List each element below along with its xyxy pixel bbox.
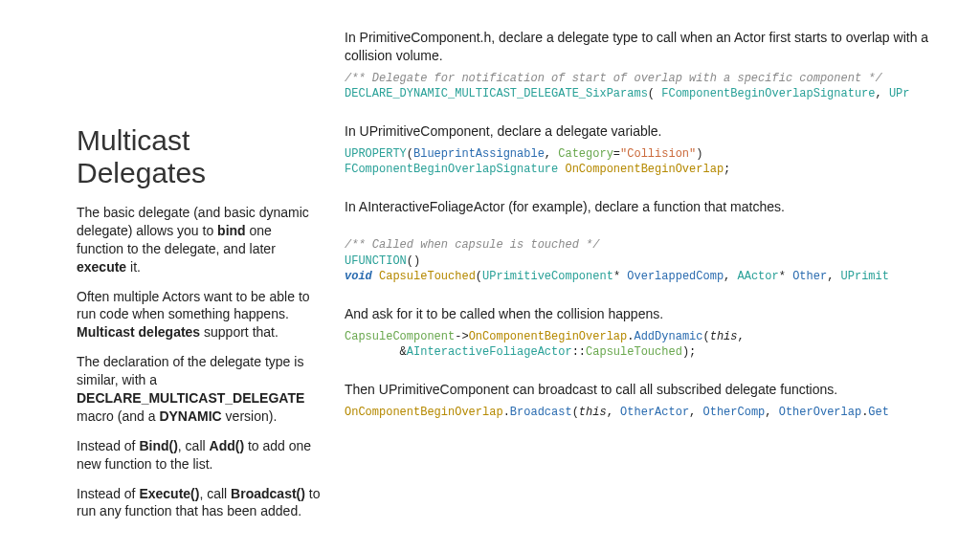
code-fn: AddDynamic bbox=[634, 330, 702, 343]
bold: Multicast delegates bbox=[77, 324, 200, 340]
code-punct: ); bbox=[682, 345, 696, 359]
code-punct: ( bbox=[702, 330, 709, 343]
text: , call bbox=[199, 486, 231, 501]
bold: bind bbox=[217, 223, 246, 238]
code-punct: ( bbox=[407, 147, 413, 161]
code-declare-var: UPROPERTY(BlueprintAssignable, Category=… bbox=[345, 146, 951, 177]
bold: Bind() bbox=[139, 438, 177, 453]
code-punct: , bbox=[827, 270, 840, 283]
desc-declare-fn: In AInteractiveFoliageActor (for example… bbox=[345, 198, 951, 216]
text: Often multiple Actors want to be able to… bbox=[77, 289, 310, 322]
bold: Execute() bbox=[139, 486, 199, 501]
code-macro: DECLARE_DYNAMIC_MULTICAST_DELEGATE_SixPa… bbox=[345, 87, 648, 100]
desc-declare-type: In PrimitiveComponent.h, declare a deleg… bbox=[345, 29, 951, 65]
code-punct: :: bbox=[572, 345, 586, 359]
code-type: UPr bbox=[889, 87, 910, 100]
code-this: this bbox=[710, 330, 738, 343]
code-macro: UPROPERTY bbox=[345, 147, 407, 161]
text: Instead of bbox=[77, 486, 139, 501]
code-punct: ( bbox=[572, 406, 579, 419]
code-declare-fn: /** Called when capsule is touched */ UF… bbox=[345, 237, 951, 284]
code-punct: = bbox=[613, 147, 620, 161]
text: support that. bbox=[200, 324, 278, 340]
desc-declare-var: In UPrimitiveComponent, declare a delega… bbox=[345, 122, 951, 141]
code-ident: CapsuleComponent bbox=[345, 330, 455, 343]
bold: Add() bbox=[210, 438, 245, 453]
para-broadcast: Instead of Execute(), call Broadcast() t… bbox=[77, 485, 321, 521]
code-keyword: void bbox=[345, 270, 372, 283]
text: The basic delegate (and basic dynamic de… bbox=[77, 205, 309, 238]
code-string: "Collision" bbox=[620, 147, 696, 161]
bold: DYNAMIC bbox=[159, 408, 221, 424]
desc-adddynamic: And ask for it to be called when the col… bbox=[345, 305, 951, 323]
desc-broadcast: Then UPrimitiveComponent can broadcast t… bbox=[345, 381, 951, 399]
code-punct: * bbox=[779, 270, 792, 283]
code-ident: OtherOverlap bbox=[779, 406, 861, 419]
code-macro: UFUNCTION bbox=[345, 254, 407, 268]
code-punct: () bbox=[407, 254, 420, 268]
code-keyword: BlueprintAssignable bbox=[413, 147, 545, 161]
right-column: In PrimitiveComponent.h, declare a deleg… bbox=[335, 0, 980, 551]
left-column: Multicast Delegates The basic delegate (… bbox=[0, 0, 335, 551]
text: , call bbox=[178, 438, 210, 453]
code-type: AActor bbox=[738, 270, 779, 283]
code-ident: OnComponentBeginOverlap bbox=[469, 330, 628, 343]
code-punct: ( bbox=[648, 87, 661, 100]
text: macro (and a bbox=[77, 408, 159, 424]
code-punct: ) bbox=[696, 147, 702, 161]
code-fn: CapsuleTouched bbox=[586, 345, 682, 359]
code-punct: , bbox=[545, 147, 558, 161]
bold: DECLARE_MULTICAST_DELEGATE bbox=[77, 390, 304, 406]
code-declare-type: /** Delegate for notification of start o… bbox=[345, 71, 951, 101]
code-space bbox=[372, 270, 379, 283]
code-this: this bbox=[579, 406, 607, 419]
code-ident: Get bbox=[868, 406, 889, 419]
code-punct: . bbox=[503, 406, 510, 419]
code-ident: OnComponentBeginOverlap bbox=[565, 163, 724, 176]
code-fn: CapsuleTouched bbox=[379, 270, 476, 283]
code-punct: , bbox=[738, 330, 745, 343]
code-ident: Other bbox=[792, 270, 827, 283]
code-type: UPrimitiveComponent bbox=[482, 270, 613, 283]
text: Instead of bbox=[77, 438, 139, 453]
para-declare-macro: The declaration of the delegate type is … bbox=[77, 353, 321, 426]
code-punct: , bbox=[765, 406, 778, 419]
code-ident: OtherActor bbox=[620, 406, 689, 419]
para-bind-execute: The basic delegate (and basic dynamic de… bbox=[77, 204, 321, 276]
code-fn: Broadcast bbox=[510, 406, 572, 419]
slide-title: Multicast Delegates bbox=[77, 124, 321, 189]
code-type: UPrimit bbox=[841, 270, 889, 283]
bold: execute bbox=[77, 259, 126, 275]
code-punct: -> bbox=[455, 330, 468, 343]
code-punct: , bbox=[724, 270, 737, 283]
code-ident: OtherComp bbox=[703, 406, 766, 419]
code-comment: /** Called when capsule is touched */ bbox=[345, 238, 599, 252]
code-punct: , bbox=[607, 406, 620, 419]
spacer bbox=[345, 222, 951, 235]
para-add: Instead of Bind(), call Add() to add one… bbox=[77, 437, 321, 474]
bold: Broadcast() bbox=[231, 486, 305, 501]
code-punct: , bbox=[876, 87, 889, 100]
code-type: FComponentBeginOverlapSignature bbox=[661, 87, 875, 100]
code-ident: OverlappedComp bbox=[627, 270, 724, 283]
code-punct: , bbox=[689, 406, 702, 419]
code-broadcast: OnComponentBeginOverlap.Broadcast(this, … bbox=[345, 405, 951, 420]
code-punct: ; bbox=[724, 163, 730, 176]
code-punct: ( bbox=[476, 270, 482, 283]
code-keyword: Category bbox=[558, 147, 613, 161]
code-comment: /** Delegate for notification of start o… bbox=[345, 72, 882, 85]
code-punct: * bbox=[613, 270, 627, 283]
para-multicast: Often multiple Actors want to be able to… bbox=[77, 288, 321, 342]
text: version). bbox=[222, 408, 278, 424]
code-type: AInteractiveFoliageActor bbox=[407, 345, 572, 359]
code-punct: & bbox=[345, 345, 407, 359]
code-adddynamic: CapsuleComponent->OnComponentBeginOverla… bbox=[345, 329, 951, 360]
code-type: FComponentBeginOverlapSignature bbox=[345, 163, 558, 176]
code-ident: OnComponentBeginOverlap bbox=[345, 406, 503, 419]
slide: Multicast Delegates The basic delegate (… bbox=[0, 0, 980, 551]
text: The declaration of the delegate type is … bbox=[77, 354, 303, 387]
text: it. bbox=[126, 259, 141, 275]
